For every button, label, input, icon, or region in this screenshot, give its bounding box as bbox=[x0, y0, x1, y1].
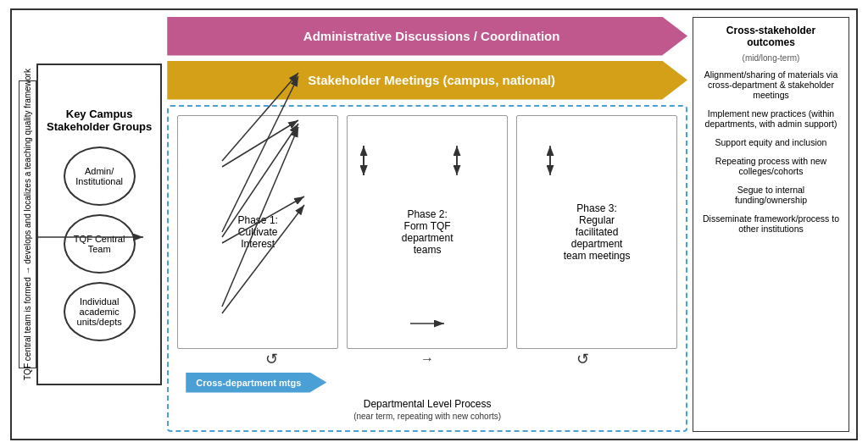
phase-icons-row: ↺ → ↺ bbox=[177, 351, 677, 368]
outcome-item-5: Segue to internal funding/ownership bbox=[700, 183, 842, 207]
stakeholder-arrow-label: Stakeholder Meetings (campus, national) bbox=[167, 61, 687, 100]
phase3-cycle-icon: ↺ bbox=[576, 350, 589, 368]
phase1-to-phase2-arrow-icon: → bbox=[420, 351, 434, 367]
outcome-item-3: Support equity and inclusion bbox=[700, 136, 842, 149]
phase1-cycle-icon: ↺ bbox=[265, 350, 278, 368]
phase1-box: Phase 1:CultivateInterest bbox=[177, 115, 338, 349]
outcome-item-2: Implement new practices (within departme… bbox=[700, 107, 842, 130]
departmental-box: Phase 1:CultivateInterest Phase 2:Form T… bbox=[167, 105, 687, 432]
center-area: Administrative Discussions / Coordinatio… bbox=[167, 17, 687, 432]
tqf-central-node: TQF CentralTeam bbox=[64, 214, 136, 274]
stakeholder-groups-box: Key CampusStakeholder Groups Admin/Insti… bbox=[36, 64, 162, 385]
stakeholder-groups-title: Key CampusStakeholder Groups bbox=[47, 108, 152, 133]
outcomes-box: Cross-stakeholderoutcomes (mid/long-term… bbox=[693, 17, 849, 432]
admin-node: Admin/Institutional bbox=[64, 147, 136, 206]
left-sidebar: TQF central team is formed → develops an… bbox=[19, 17, 162, 432]
academic-node: Individualacademicunits/depts bbox=[64, 282, 136, 341]
admin-arrow: Administrative Discussions / Coordinatio… bbox=[167, 17, 687, 56]
dept-sub-label: (near term, repeating with new cohorts) bbox=[353, 412, 501, 421]
dept-footer: Departmental Level Process (near term, r… bbox=[177, 398, 677, 422]
outcome-item-4: Repeating process with new colleges/coho… bbox=[700, 154, 842, 178]
phase3-box: Phase 3:Regularfacilitateddepartmentteam… bbox=[516, 115, 677, 349]
phases-row: Phase 1:CultivateInterest Phase 2:Form T… bbox=[177, 115, 677, 349]
left-vertical-label: TQF central team is formed → develops an… bbox=[19, 80, 36, 368]
cross-dept-row: Cross-department mtgs bbox=[177, 373, 677, 393]
outcome-item-6: Disseminate framework/process to other i… bbox=[700, 212, 842, 235]
stakeholder-arrow: Stakeholder Meetings (campus, national) bbox=[167, 61, 687, 100]
outcome-item-1: Alignment/sharing of materials via cross… bbox=[700, 68, 842, 102]
outcomes-title: Cross-stakeholderoutcomes bbox=[700, 25, 842, 48]
outcomes-subtitle: (mid/long-term) bbox=[700, 53, 842, 63]
main-diagram: TQF central team is formed → develops an… bbox=[10, 8, 858, 440]
phase2-box: Phase 2:Form TQFdepartmentteams bbox=[347, 115, 508, 349]
admin-arrow-label: Administrative Discussions / Coordinatio… bbox=[167, 17, 687, 56]
dept-label: Departmental Level Process bbox=[364, 398, 492, 410]
cross-dept-arrow: Cross-department mtgs bbox=[186, 373, 326, 393]
